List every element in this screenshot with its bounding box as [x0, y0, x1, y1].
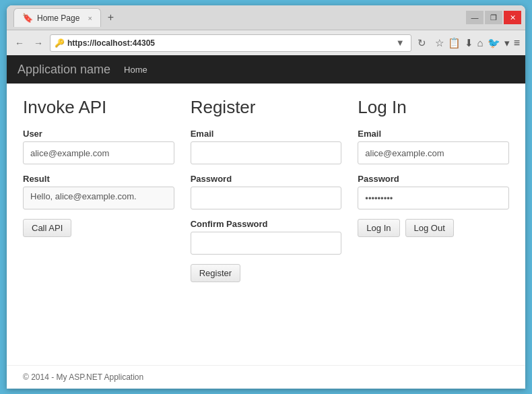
title-bar: 🔖 Home Page × + — ❐ ✕ [7, 5, 525, 30]
address-text: https://localhost:44305 [67, 38, 394, 48]
new-tab-button[interactable]: + [104, 10, 118, 25]
address-bar: ← → 🔑 https://localhost:44305 ▼ ↻ ☆ 📋 ⬇ … [7, 30, 525, 55]
window-controls: — ❐ ✕ [466, 11, 521, 24]
menu-icon[interactable]: ≡ [514, 37, 520, 49]
register-password-input[interactable] [191, 187, 342, 209]
lock-icon: 🔑 [55, 38, 65, 48]
login-email-group: Email [358, 129, 509, 164]
toolbar-icons: ☆ 📋 ⬇ ⌂ 🐦 ▾ ≡ [435, 37, 520, 49]
result-field-group: Result Hello, alice@example.com. [23, 174, 174, 209]
register-button[interactable]: Register [191, 264, 240, 282]
footer: © 2014 - My ASP.NET Application [7, 365, 525, 389]
login-email-label: Email [358, 129, 509, 139]
clipboard-icon[interactable]: 📋 [448, 37, 461, 49]
forward-button[interactable]: → [31, 36, 46, 50]
restore-button[interactable]: ❐ [485, 11, 502, 24]
main-content: Invoke API User Result Hello, alice@exam… [7, 84, 525, 365]
dropdown-arrow-icon[interactable]: ▾ [504, 37, 510, 49]
register-email-input[interactable] [191, 141, 342, 164]
register-email-label: Email [191, 129, 342, 139]
refresh-button[interactable]: ↻ [415, 36, 428, 51]
user-field-group: User [23, 129, 174, 164]
page-content: Application name Home Invoke API User Re… [7, 55, 525, 389]
call-api-button[interactable]: Call API [23, 219, 71, 237]
address-port: :44305 [130, 38, 155, 48]
tab-close-button[interactable]: × [88, 14, 92, 22]
login-password-group: Password [358, 174, 509, 209]
login-button[interactable]: Log In [358, 219, 399, 237]
result-box: Hello, alice@example.com. [23, 187, 174, 209]
login-password-label: Password [358, 174, 509, 184]
register-password-label: Password [191, 174, 342, 184]
user-label: User [23, 129, 174, 139]
close-button[interactable]: ✕ [504, 11, 521, 24]
register-title: Register [191, 97, 342, 118]
user-input[interactable] [23, 141, 174, 164]
invoke-api-title: Invoke API [23, 97, 174, 118]
logout-button[interactable]: Log Out [405, 219, 454, 237]
register-confirm-password-label: Confirm Password [191, 219, 342, 229]
result-label: Result [23, 174, 174, 184]
extension-icon[interactable]: 🐦 [488, 37, 500, 49]
download-icon[interactable]: ⬇ [465, 37, 473, 49]
home-nav-link[interactable]: Home [124, 65, 147, 75]
register-confirm-password-input[interactable] [191, 232, 342, 255]
address-input-wrap[interactable]: 🔑 https://localhost:44305 ▼ [50, 34, 411, 52]
nav-bar: Application name Home [7, 55, 525, 84]
app-name: Application name [18, 63, 110, 77]
minimize-button[interactable]: — [466, 11, 484, 24]
address-prefix: https://localhost [67, 38, 130, 48]
dropdown-icon[interactable]: ▼ [394, 36, 407, 49]
register-password-group: Password [191, 174, 342, 209]
login-title: Log In [358, 97, 509, 118]
footer-text: © 2014 - My ASP.NET Application [23, 372, 143, 382]
login-section: Log In Email Password Log In Log Out [358, 97, 509, 352]
login-buttons: Log In Log Out [358, 219, 509, 237]
login-password-input[interactable] [358, 187, 509, 209]
register-section: Register Email Password Confirm Password… [191, 97, 358, 352]
tab-icon: 🔖 [22, 13, 33, 23]
register-email-group: Email [191, 129, 342, 164]
browser-tab[interactable]: 🔖 Home Page × [13, 8, 101, 27]
login-email-input[interactable] [358, 141, 509, 164]
invoke-api-section: Invoke API User Result Hello, alice@exam… [23, 97, 191, 352]
home-icon[interactable]: ⌂ [477, 37, 484, 48]
register-confirm-password-group: Confirm Password [191, 219, 342, 255]
back-button[interactable]: ← [12, 36, 27, 50]
star-icon[interactable]: ☆ [435, 37, 444, 49]
tab-title: Home Page [37, 13, 79, 23]
